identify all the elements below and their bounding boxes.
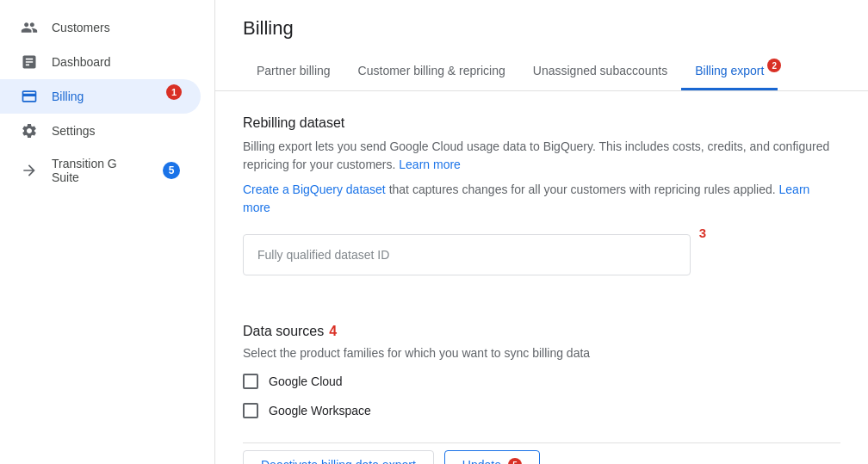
- page-title: Billing: [243, 17, 840, 40]
- tab-partner-billing[interactable]: Partner billing: [243, 53, 344, 90]
- google-cloud-row: Google Cloud: [243, 374, 840, 389]
- dataset-id-input[interactable]: [243, 234, 691, 275]
- chart-icon: [21, 53, 38, 71]
- billing-export-tab-badge: 2: [767, 59, 781, 72]
- tab-billing-export[interactable]: Billing export 2: [681, 53, 778, 90]
- transition-badge: 5: [163, 162, 180, 179]
- update-button[interactable]: Update 5: [444, 450, 540, 464]
- google-cloud-checkbox[interactable]: [243, 374, 258, 389]
- sidebar-item-transition[interactable]: Transition G Suite 5: [0, 148, 201, 193]
- create-bigquery-link[interactable]: Create a BigQuery dataset: [243, 183, 386, 196]
- sidebar-item-customers[interactable]: Customers: [0, 10, 201, 45]
- dataset-badge: 3: [699, 226, 706, 240]
- data-sources-desc: Select the product families for which yo…: [243, 346, 840, 360]
- data-sources-title: Data sources 4: [243, 324, 840, 339]
- deactivate-button[interactable]: Deactivate billing data export: [243, 450, 434, 464]
- people-icon: [21, 19, 38, 36]
- arrow-icon: [21, 162, 38, 179]
- create-link-row: Create a BigQuery dataset that captures …: [243, 181, 840, 217]
- google-cloud-label: Google Cloud: [269, 374, 343, 388]
- rebilling-section-title: Rebilling dataset: [243, 115, 840, 131]
- google-workspace-row: Google Workspace: [243, 403, 840, 418]
- content-area: Rebilling dataset Billing export lets yo…: [215, 91, 868, 464]
- billing-icon: [21, 88, 38, 105]
- tab-unassigned-subaccounts[interactable]: Unassigned subaccounts: [519, 53, 681, 90]
- settings-icon: [21, 122, 38, 139]
- sidebar-item-billing-label: Billing: [52, 90, 84, 103]
- billing-badge: 1: [166, 84, 182, 100]
- google-workspace-label: Google Workspace: [269, 404, 371, 418]
- actions-row: Deactivate billing data export Update 5: [243, 442, 840, 464]
- tab-customer-billing[interactable]: Customer billing & repricing: [344, 53, 519, 90]
- update-badge: 5: [508, 458, 522, 464]
- sidebar-item-dashboard-label: Dashboard: [52, 55, 111, 69]
- sidebar-item-dashboard[interactable]: Dashboard: [0, 45, 201, 79]
- main-content: Billing Partner billing Customer billing…: [215, 0, 868, 464]
- data-sources-section: Data sources 4 Select the product famili…: [243, 324, 840, 418]
- page-header: Billing Partner billing Customer billing…: [215, 0, 868, 91]
- sidebar: Customers Dashboard Billing 1 Settings T…: [0, 0, 215, 464]
- sidebar-item-billing[interactable]: Billing 1: [0, 79, 201, 114]
- sidebar-item-customers-label: Customers: [52, 21, 110, 34]
- google-workspace-checkbox[interactable]: [243, 403, 258, 418]
- rebilling-desc: Billing export lets you send Google Clou…: [243, 138, 840, 174]
- tabs-container: Partner billing Customer billing & repri…: [243, 53, 840, 90]
- data-sources-badge: 4: [329, 324, 337, 339]
- sidebar-item-transition-label: Transition G Suite: [52, 157, 146, 184]
- learn-more-link-1[interactable]: Learn more: [399, 158, 461, 171]
- sidebar-item-settings-label: Settings: [52, 124, 96, 138]
- sidebar-item-settings[interactable]: Settings: [0, 114, 201, 148]
